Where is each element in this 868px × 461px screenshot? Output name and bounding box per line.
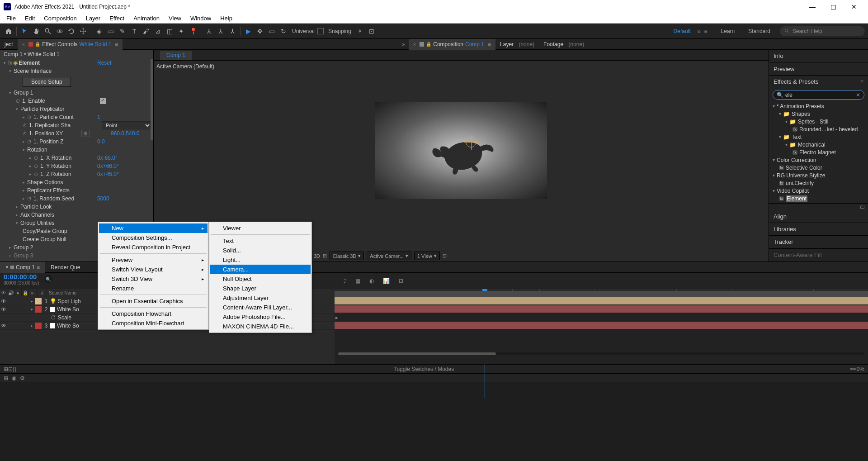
status-icon-1[interactable]: ⊞ bbox=[4, 375, 8, 381]
rotation-group[interactable]: Rotation bbox=[27, 147, 47, 153]
ctx-comp-settings[interactable]: Composition Settings... bbox=[99, 233, 208, 242]
comp-tab-close-icon[interactable]: × bbox=[413, 42, 416, 47]
ctx-preview[interactable]: Preview▸ bbox=[99, 255, 208, 265]
layer-panel-tab[interactable]: Layer (none) bbox=[495, 39, 539, 50]
menu-composition[interactable]: Composition bbox=[39, 15, 81, 22]
shy-icon[interactable]: ⤴ bbox=[344, 278, 346, 284]
col-lock[interactable]: 🔒 bbox=[22, 289, 29, 297]
effect-name[interactable]: Element bbox=[19, 60, 40, 66]
particle-look[interactable]: Particle Look bbox=[20, 204, 52, 210]
mechanical-folder[interactable]: Mechanical bbox=[798, 142, 826, 148]
copy-paste-group[interactable]: Copy/Paste Group bbox=[23, 228, 67, 234]
preset-rounded[interactable]: Rounded…ket - beveled bbox=[799, 126, 858, 133]
ctx-switch-view[interactable]: Switch View Layout▸ bbox=[99, 265, 208, 274]
graph-icon[interactable]: 📊 bbox=[383, 278, 390, 284]
cti-icon[interactable]: ▸ bbox=[335, 314, 338, 321]
scene-setup-button[interactable]: Scene Setup bbox=[23, 77, 71, 87]
views-dropdown[interactable]: 1 View ▾ bbox=[414, 252, 440, 260]
preset-electro[interactable]: Electro Magnet bbox=[799, 149, 836, 156]
layer-bar-3[interactable] bbox=[335, 322, 868, 329]
menu-file[interactable]: File bbox=[2, 15, 20, 22]
group-utilities[interactable]: Group Utilities bbox=[20, 220, 54, 226]
enable-checkbox[interactable] bbox=[100, 98, 106, 104]
axis-view-icon[interactable]: ⅄ bbox=[226, 25, 238, 37]
ctx-switch-3d[interactable]: Switch 3D View▸ bbox=[99, 274, 208, 284]
anchor-tool[interactable]: ◈ bbox=[93, 25, 105, 37]
aux-channels[interactable]: Aux Channels bbox=[20, 212, 54, 218]
text-tool[interactable]: T bbox=[128, 25, 140, 37]
layer-bar-2[interactable] bbox=[335, 305, 868, 313]
brace-icon[interactable]: {} bbox=[13, 366, 16, 372]
timeline-zoom-slider[interactable] bbox=[338, 352, 864, 355]
camera-dropdown[interactable]: Active Camer... ▾ bbox=[367, 252, 411, 260]
position-z-value[interactable]: 0.0 bbox=[97, 138, 151, 145]
shape-options[interactable]: Shape Options bbox=[27, 179, 63, 185]
view-options-icon[interactable]: ⊡ bbox=[443, 253, 447, 259]
render-queue-tab[interactable]: Render Que bbox=[45, 262, 85, 273]
col-audio[interactable]: 🔊 bbox=[7, 289, 14, 297]
search-help-input[interactable]: Search Help bbox=[779, 26, 865, 37]
ctx-essential[interactable]: Open in Essential Graphics bbox=[99, 296, 208, 306]
menu-edit[interactable]: Edit bbox=[20, 15, 39, 22]
libraries-panel-header[interactable]: Libraries bbox=[769, 223, 868, 236]
y-rotation[interactable]: 1. Y Rotation bbox=[40, 163, 71, 169]
ctx-new-adjustment[interactable]: Adjustment Layer bbox=[210, 293, 311, 303]
reset-link[interactable]: Reset bbox=[97, 60, 151, 66]
replicator-shape-select[interactable]: Point bbox=[102, 121, 151, 129]
replicator-effects[interactable]: Replicator Effects bbox=[27, 187, 70, 194]
work-area-bar[interactable] bbox=[335, 291, 868, 297]
ctx-mini-flowchart[interactable]: Composition Mini-Flowchart bbox=[99, 318, 208, 328]
particle-replicator[interactable]: Particle Replicator bbox=[20, 106, 64, 112]
crosshair-icon[interactable]: ⊕ bbox=[81, 130, 90, 137]
particle-count[interactable]: 1. Particle Count bbox=[33, 114, 74, 120]
workspace-default[interactable]: Default bbox=[674, 28, 691, 34]
hand-tool[interactable] bbox=[30, 25, 42, 37]
move-icon[interactable]: ✥ bbox=[254, 25, 266, 37]
group1[interactable]: Group 1 bbox=[14, 90, 33, 96]
brush-tool[interactable]: 🖌 bbox=[140, 25, 152, 37]
ctx-new-shape[interactable]: Shape Layer bbox=[210, 284, 311, 293]
col-solo[interactable]: ● bbox=[14, 289, 22, 297]
bound-icon[interactable]: ▭ bbox=[266, 25, 278, 37]
menu-layer[interactable]: Layer bbox=[81, 15, 105, 22]
ctx-flowchart[interactable]: Composition Flowchart bbox=[99, 309, 208, 318]
current-time[interactable]: 0:00:00:00 bbox=[4, 273, 39, 280]
ep-menu-icon[interactable]: ≡ bbox=[860, 79, 863, 85]
workspace-standard[interactable]: Standard bbox=[748, 28, 770, 34]
ctx-new-camera[interactable]: Camera... bbox=[210, 265, 311, 274]
puppet-tool[interactable]: 📍 bbox=[187, 25, 199, 37]
visibility-toggle[interactable]: 👁 bbox=[0, 306, 7, 313]
layer-color[interactable] bbox=[35, 323, 42, 329]
anim-presets[interactable]: * Animation Presets bbox=[777, 103, 824, 109]
axis-local-icon[interactable]: ⅄ bbox=[203, 25, 215, 37]
effect-selective-color[interactable]: Selective Color bbox=[786, 165, 822, 171]
tracker-panel-header[interactable]: Tracker bbox=[769, 236, 868, 248]
menu-help[interactable]: Help bbox=[216, 15, 237, 22]
col-label[interactable]: 🏷 bbox=[29, 289, 38, 297]
tab-close-icon[interactable]: × bbox=[22, 42, 25, 47]
stamp-tool[interactable]: ⊿ bbox=[152, 25, 164, 37]
snapping-checkbox[interactable] bbox=[317, 28, 324, 34]
pen-tool[interactable]: ✎ bbox=[117, 25, 128, 37]
caf-panel-header[interactable]: Content-Aware Fill bbox=[769, 249, 868, 261]
vc-cat[interactable]: Video Copilot bbox=[777, 188, 809, 194]
position-z[interactable]: 1. Position Z bbox=[33, 138, 64, 145]
clear-search-icon[interactable]: ✕ bbox=[856, 92, 860, 98]
z-rotation-value[interactable]: 0x+45.0° bbox=[97, 171, 151, 177]
menu-effect[interactable]: Effect bbox=[105, 15, 129, 22]
ctx-new-c4d[interactable]: MAXON CINEMA 4D File... bbox=[210, 322, 311, 331]
overflow-icon[interactable]: » bbox=[697, 28, 701, 35]
random-seed[interactable]: 1. Random Seed bbox=[33, 195, 74, 202]
align-panel-header[interactable]: Align bbox=[769, 210, 868, 223]
visibility-toggle[interactable]: 👁 bbox=[0, 323, 7, 329]
sprites-folder[interactable]: Sprites - Still bbox=[798, 119, 828, 125]
composition-tab[interactable]: × 🔒 Composition Comp 1 ≡ bbox=[409, 39, 495, 50]
camera-target-icon[interactable] bbox=[466, 137, 476, 147]
rotate-tool[interactable] bbox=[66, 25, 77, 37]
col-source-name[interactable]: Source Name bbox=[47, 289, 101, 297]
info-panel-header[interactable]: Info bbox=[769, 50, 868, 62]
effect-controls-tab[interactable]: × 🔒 Effect Controls White Solid 1 ≡ bbox=[18, 39, 123, 50]
orbit-tool[interactable] bbox=[54, 25, 66, 37]
ctx-new-solid[interactable]: Solid... bbox=[210, 246, 311, 255]
shapes-folder[interactable]: Shapes bbox=[792, 111, 810, 117]
